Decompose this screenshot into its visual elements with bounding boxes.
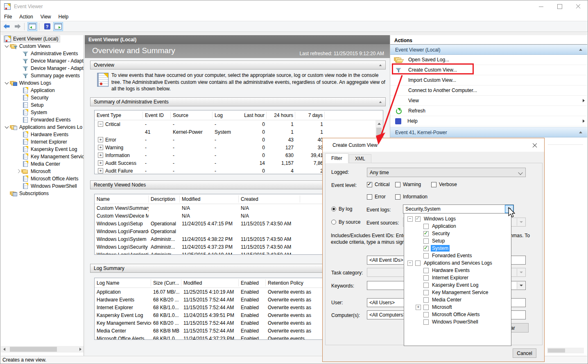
- checkbox-icon[interactable]: [395, 182, 400, 187]
- checkbox-icon[interactable]: [415, 261, 421, 266]
- col-name[interactable]: Name: [95, 195, 149, 202]
- checkbox-error[interactable]: Error: [367, 194, 392, 200]
- action-item[interactable]: Help: [390, 116, 587, 126]
- dialog-close-button[interactable]: [529, 142, 541, 149]
- row-expander-icon[interactable]: [98, 153, 103, 158]
- tree-expander-icon[interactable]: [407, 216, 413, 222]
- radio-by-source[interactable]: By source: [331, 219, 360, 225]
- col-log-name[interactable]: Log Name: [95, 279, 151, 286]
- checkbox-icon[interactable]: [367, 182, 372, 187]
- tree-expander-icon[interactable]: [416, 305, 421, 310]
- tree-expander-chevron-icon[interactable]: [15, 57, 22, 65]
- collapse-icon[interactable]: [579, 49, 582, 51]
- tree-item[interactable]: Subscriptions: [1, 190, 84, 197]
- table-row[interactable]: Critical - - - 0 1 1: [95, 120, 383, 128]
- action-item[interactable]: Connect to Another Computer...: [390, 85, 587, 96]
- col-description[interactable]: Description: [149, 195, 180, 202]
- tab-xml[interactable]: XML: [349, 154, 371, 163]
- checkbox-icon[interactable]: [423, 238, 429, 244]
- checkbox-icon[interactable]: [423, 231, 429, 236]
- checkbox-verbose[interactable]: Verbose: [431, 182, 457, 187]
- table-row[interactable]: 41 Kernel-Power System 0 1 1: [95, 128, 383, 136]
- tree-item[interactable]: Application: [1, 87, 84, 94]
- col-created[interactable]: Created: [239, 195, 300, 202]
- col-source[interactable]: Source: [171, 112, 213, 119]
- log-tree-item[interactable]: Kaspersky Event Log: [404, 281, 511, 289]
- col-event-type[interactable]: Event Type: [95, 112, 143, 119]
- collapse-icon[interactable]: [579, 131, 582, 133]
- tree-item[interactable]: Setup: [1, 101, 84, 109]
- action-item[interactable]: Import Custom View...: [390, 75, 587, 85]
- minimize-button[interactable]: [532, 0, 550, 13]
- action-item[interactable]: Refresh: [390, 106, 587, 116]
- radio-icon[interactable]: [331, 220, 336, 225]
- log-tree-item[interactable]: Windows PowerShell: [404, 318, 511, 326]
- tree-expander-chevron-icon[interactable]: [15, 72, 22, 79]
- menu-help[interactable]: Help: [55, 14, 72, 20]
- radio-by-log[interactable]: By log: [331, 206, 352, 212]
- col-24-hours[interactable]: 24 hours: [267, 112, 295, 119]
- checkbox-icon[interactable]: [423, 253, 429, 258]
- tree-horizontal-scrollbar[interactable]: [1, 346, 84, 353]
- tree-item[interactable]: Windows PowerShell: [1, 182, 84, 190]
- checkbox-icon[interactable]: [423, 268, 429, 273]
- tree-item[interactable]: Applications and Services Lo: [1, 124, 84, 131]
- col-enabled[interactable]: Enabled: [239, 279, 266, 286]
- tree-expander-chevron-icon[interactable]: [3, 190, 11, 197]
- tree-expander-chevron-icon[interactable]: [15, 160, 22, 168]
- checkbox-icon[interactable]: [423, 290, 429, 295]
- tree-expander-chevron-icon[interactable]: [15, 109, 22, 116]
- menu-file[interactable]: File: [0, 14, 16, 20]
- radio-icon[interactable]: [331, 207, 336, 211]
- tree-expander-chevron-icon[interactable]: [15, 168, 22, 175]
- tree-item[interactable]: Windows Logs: [1, 79, 84, 87]
- dropdown-button[interactable]: [517, 282, 525, 289]
- tree-item[interactable]: Microsoft Office Alerts: [1, 175, 84, 182]
- log-tree-item[interactable]: Application: [404, 222, 511, 230]
- menu-view[interactable]: View: [37, 14, 55, 20]
- log-tree-item[interactable]: Media Center: [404, 296, 511, 303]
- maximize-button[interactable]: [550, 0, 569, 13]
- show-action-pane-button[interactable]: [53, 22, 63, 31]
- help-toolbar-button[interactable]: ?: [42, 22, 52, 31]
- action-item[interactable]: View: [390, 96, 587, 106]
- log-tree-item[interactable]: System: [404, 245, 511, 252]
- tree-item[interactable]: Summary page events: [1, 72, 84, 79]
- forward-button[interactable]: [13, 22, 23, 31]
- tree-expander-chevron-icon[interactable]: [15, 146, 22, 153]
- tree-expander-chevron-icon[interactable]: [15, 175, 22, 182]
- col-log[interactable]: Log: [213, 112, 246, 119]
- tree-expander-icon[interactable]: [407, 261, 413, 266]
- tree-item[interactable]: Device Manager - Adapte: [1, 65, 84, 72]
- close-button[interactable]: [569, 0, 587, 13]
- col-modified[interactable]: Modified: [181, 279, 239, 286]
- scroll-thumb[interactable]: [10, 347, 57, 352]
- tree-item[interactable]: Key Management Service: [1, 153, 84, 160]
- tree-item[interactable]: Microsoft: [1, 168, 84, 175]
- collapse-icon[interactable]: [379, 64, 382, 66]
- log-tree-item[interactable]: Key Management Service: [404, 289, 511, 296]
- checkbox-icon[interactable]: [395, 194, 400, 200]
- scroll-up-button[interactable]: [376, 120, 382, 127]
- actions-horizontal-scrollbar[interactable]: [547, 348, 584, 353]
- logged-combobox[interactable]: Any time: [367, 168, 526, 177]
- col-modified[interactable]: Modified: [180, 195, 239, 202]
- overview-section-header[interactable]: Overview: [90, 61, 386, 70]
- row-expander-icon[interactable]: [98, 160, 103, 166]
- checkbox-icon[interactable]: [423, 312, 429, 317]
- tree-expander-chevron-icon[interactable]: [15, 153, 22, 160]
- tree-root-event-viewer[interactable]: Event Viewer (Local): [1, 35, 84, 43]
- tree-expander-chevron-icon[interactable]: [15, 138, 22, 146]
- checkbox-warning[interactable]: Warning: [395, 182, 428, 187]
- actions-group-event-41[interactable]: Event 41, Kernel-Power: [390, 127, 587, 137]
- log-tree-item[interactable]: Forwarded Events: [404, 252, 511, 259]
- tree-expander-chevron-icon[interactable]: [15, 50, 22, 57]
- row-expander-icon[interactable]: [98, 137, 103, 142]
- tree-expander-chevron-icon[interactable]: [3, 79, 11, 87]
- checkbox-icon[interactable]: [423, 246, 429, 251]
- tree-expander-chevron-icon[interactable]: [15, 94, 22, 101]
- menu-action[interactable]: Action: [16, 14, 36, 20]
- tree-item[interactable]: System: [1, 109, 84, 116]
- tree-item[interactable]: Hardware Events: [1, 131, 84, 138]
- collapse-icon[interactable]: [379, 101, 382, 103]
